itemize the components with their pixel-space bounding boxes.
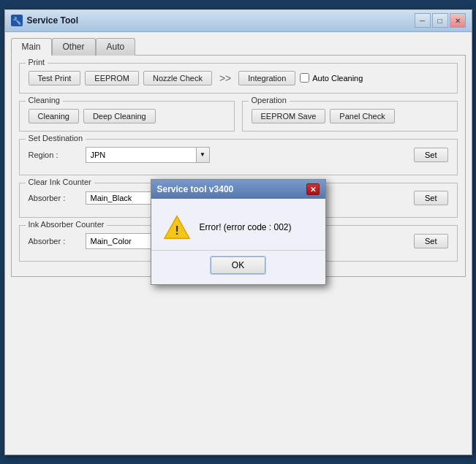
- warning-icon: !: [163, 213, 191, 241]
- dialog-message: Error! (error code : 002): [200, 222, 292, 232]
- dialog-ok-button[interactable]: OK: [211, 256, 265, 274]
- error-dialog: Service tool v3400 ✕ ! Error! (error cod…: [151, 179, 326, 285]
- dialog-body: ! Error! (error code : 002): [151, 199, 325, 250]
- dialog-title-bar: Service tool v3400 ✕: [151, 180, 325, 199]
- svg-text:!: !: [175, 224, 179, 237]
- dialog-footer: OK: [151, 251, 325, 284]
- dialog-title: Service tool v3400: [157, 184, 234, 194]
- dialog-close-button[interactable]: ✕: [306, 183, 320, 195]
- dialog-overlay: Service tool v3400 ✕ ! Error! (error cod…: [0, 0, 476, 464]
